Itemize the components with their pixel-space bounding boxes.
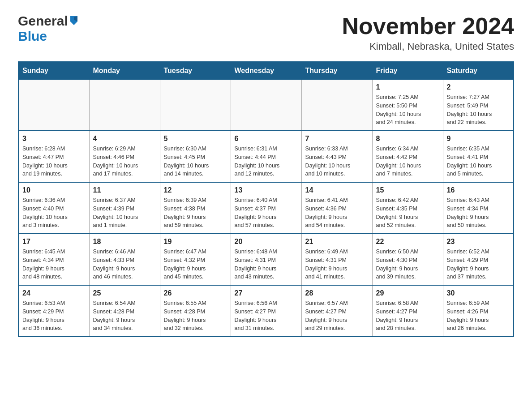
calendar-day-cell [89,80,160,131]
calendar-day-cell: 12Sunrise: 6:39 AM Sunset: 4:38 PM Dayli… [160,182,231,234]
calendar-day-cell: 26Sunrise: 6:55 AM Sunset: 4:28 PM Dayli… [160,285,231,337]
calendar-day-cell: 11Sunrise: 6:37 AM Sunset: 4:39 PM Dayli… [89,182,160,234]
calendar-day-cell: 27Sunrise: 6:56 AM Sunset: 4:27 PM Dayli… [231,285,301,337]
day-info: Sunrise: 6:50 AM Sunset: 4:30 PM Dayligh… [376,248,439,281]
day-info: Sunrise: 6:48 AM Sunset: 4:31 PM Dayligh… [235,248,298,281]
day-info: Sunrise: 6:43 AM Sunset: 4:34 PM Dayligh… [447,196,510,230]
calendar-day-cell: 7Sunrise: 6:33 AM Sunset: 4:43 PM Daylig… [301,131,372,182]
logo-blue-text: Blue [18,29,47,43]
calendar-day-cell: 9Sunrise: 6:35 AM Sunset: 4:41 PM Daylig… [443,131,514,182]
calendar-day-cell [231,80,301,131]
day-info: Sunrise: 6:34 AM Sunset: 4:42 PM Dayligh… [376,145,439,178]
day-number: 25 [93,289,156,297]
day-info: Sunrise: 7:25 AM Sunset: 5:50 PM Dayligh… [376,93,439,127]
day-info: Sunrise: 6:28 AM Sunset: 4:47 PM Dayligh… [22,145,86,178]
calendar-day-cell: 16Sunrise: 6:43 AM Sunset: 4:34 PM Dayli… [443,182,514,234]
calendar-day-cell [160,80,231,131]
location-label: Kimball, Nebraska, United States [342,41,514,52]
day-number: 15 [376,186,439,194]
calendar-day-cell: 13Sunrise: 6:40 AM Sunset: 4:37 PM Dayli… [231,182,301,234]
day-info: Sunrise: 6:59 AM Sunset: 4:26 PM Dayligh… [447,299,510,333]
calendar-day-header: Monday [89,62,160,80]
day-info: Sunrise: 6:40 AM Sunset: 4:37 PM Dayligh… [235,196,298,230]
calendar-day-cell: 17Sunrise: 6:45 AM Sunset: 4:34 PM Dayli… [18,234,89,285]
calendar-day-cell: 21Sunrise: 6:49 AM Sunset: 4:31 PM Dayli… [301,234,372,285]
day-number: 11 [93,186,156,194]
day-number: 26 [164,289,227,297]
day-number: 1 [376,83,439,91]
calendar-day-cell: 14Sunrise: 6:41 AM Sunset: 4:36 PM Dayli… [301,182,372,234]
day-number: 24 [22,289,86,297]
calendar-day-cell: 24Sunrise: 6:53 AM Sunset: 4:29 PM Dayli… [18,285,89,337]
day-number: 28 [305,289,369,297]
calendar-week-row: 3Sunrise: 6:28 AM Sunset: 4:47 PM Daylig… [18,131,514,182]
calendar-day-cell: 8Sunrise: 6:34 AM Sunset: 4:42 PM Daylig… [372,131,443,182]
calendar-day-header: Wednesday [231,62,301,80]
calendar-day-cell [18,80,89,131]
day-info: Sunrise: 6:33 AM Sunset: 4:43 PM Dayligh… [305,145,369,178]
page-header: General Blue November 2024 Kimball, Nebr… [18,13,514,52]
calendar-day-cell: 10Sunrise: 6:36 AM Sunset: 4:40 PM Dayli… [18,182,89,234]
calendar-day-cell: 29Sunrise: 6:58 AM Sunset: 4:27 PM Dayli… [372,285,443,337]
day-info: Sunrise: 6:45 AM Sunset: 4:34 PM Dayligh… [22,248,86,281]
month-title: November 2024 [342,13,514,39]
calendar-week-row: 1Sunrise: 7:25 AM Sunset: 5:50 PM Daylig… [18,80,514,131]
logo: General Blue [18,13,79,44]
day-number: 21 [305,238,369,246]
day-number: 6 [235,135,298,143]
day-number: 30 [447,289,510,297]
logo-arrow-icon [69,15,79,25]
day-info: Sunrise: 6:42 AM Sunset: 4:35 PM Dayligh… [376,196,439,230]
calendar-day-cell: 4Sunrise: 6:29 AM Sunset: 4:46 PM Daylig… [89,131,160,182]
day-number: 22 [376,238,439,246]
day-info: Sunrise: 6:49 AM Sunset: 4:31 PM Dayligh… [305,248,369,281]
day-info: Sunrise: 6:30 AM Sunset: 4:45 PM Dayligh… [164,145,227,178]
day-number: 16 [447,186,510,194]
day-number: 23 [447,238,510,246]
day-info: Sunrise: 6:57 AM Sunset: 4:27 PM Dayligh… [305,299,369,333]
day-info: Sunrise: 6:31 AM Sunset: 4:44 PM Dayligh… [235,145,298,178]
calendar-day-cell: 18Sunrise: 6:46 AM Sunset: 4:33 PM Dayli… [89,234,160,285]
calendar-day-header: Friday [372,62,443,80]
day-number: 17 [22,238,86,246]
day-number: 7 [305,135,369,143]
calendar-day-cell: 5Sunrise: 6:30 AM Sunset: 4:45 PM Daylig… [160,131,231,182]
day-number: 20 [235,238,298,246]
calendar-day-header: Saturday [443,62,514,80]
calendar-day-header: Tuesday [160,62,231,80]
day-number: 5 [164,135,227,143]
day-info: Sunrise: 6:39 AM Sunset: 4:38 PM Dayligh… [164,196,227,230]
calendar-day-cell: 6Sunrise: 6:31 AM Sunset: 4:44 PM Daylig… [231,131,301,182]
calendar-day-cell: 2Sunrise: 7:27 AM Sunset: 5:49 PM Daylig… [443,80,514,131]
calendar-day-cell: 15Sunrise: 6:42 AM Sunset: 4:35 PM Dayli… [372,182,443,234]
calendar-day-cell: 3Sunrise: 6:28 AM Sunset: 4:47 PM Daylig… [18,131,89,182]
day-info: Sunrise: 6:46 AM Sunset: 4:33 PM Dayligh… [93,248,156,281]
calendar-day-cell: 22Sunrise: 6:50 AM Sunset: 4:30 PM Dayli… [372,234,443,285]
day-number: 9 [447,135,510,143]
calendar-day-header: Sunday [18,62,89,80]
calendar-day-cell: 23Sunrise: 6:52 AM Sunset: 4:29 PM Dayli… [443,234,514,285]
day-info: Sunrise: 6:47 AM Sunset: 4:32 PM Dayligh… [164,248,227,281]
day-number: 27 [235,289,298,297]
calendar-day-cell: 25Sunrise: 6:54 AM Sunset: 4:28 PM Dayli… [89,285,160,337]
day-info: Sunrise: 6:36 AM Sunset: 4:40 PM Dayligh… [22,196,86,230]
day-number: 4 [93,135,156,143]
day-info: Sunrise: 6:37 AM Sunset: 4:39 PM Dayligh… [93,196,156,230]
day-number: 19 [164,238,227,246]
calendar-week-row: 10Sunrise: 6:36 AM Sunset: 4:40 PM Dayli… [18,182,514,234]
calendar-day-cell: 30Sunrise: 6:59 AM Sunset: 4:26 PM Dayli… [443,285,514,337]
day-number: 29 [376,289,439,297]
calendar-day-cell: 20Sunrise: 6:48 AM Sunset: 4:31 PM Dayli… [231,234,301,285]
day-number: 13 [235,186,298,194]
day-info: Sunrise: 6:29 AM Sunset: 4:46 PM Dayligh… [93,145,156,178]
calendar-day-cell: 28Sunrise: 6:57 AM Sunset: 4:27 PM Dayli… [301,285,372,337]
calendar-day-header: Thursday [301,62,372,80]
day-info: Sunrise: 6:53 AM Sunset: 4:29 PM Dayligh… [22,299,86,333]
day-number: 8 [376,135,439,143]
calendar-header-row: SundayMondayTuesdayWednesdayThursdayFrid… [18,62,514,80]
logo-general-text: General [18,13,68,29]
day-info: Sunrise: 7:27 AM Sunset: 5:49 PM Dayligh… [447,93,510,127]
day-number: 12 [164,186,227,194]
day-info: Sunrise: 6:56 AM Sunset: 4:27 PM Dayligh… [235,299,298,333]
day-number: 3 [22,135,86,143]
